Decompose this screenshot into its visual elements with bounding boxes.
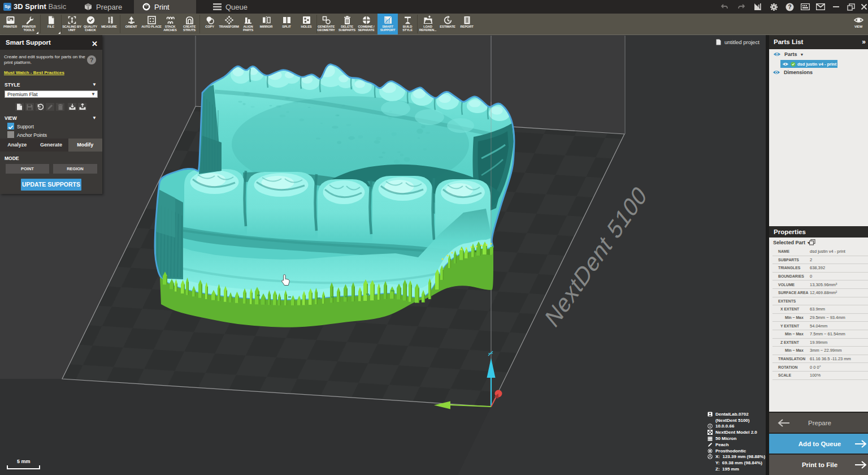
svg-text:?: ? [788,4,791,10]
